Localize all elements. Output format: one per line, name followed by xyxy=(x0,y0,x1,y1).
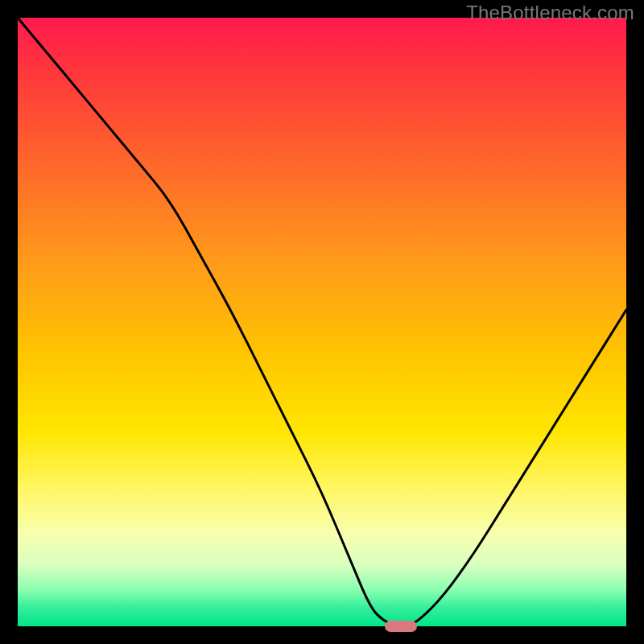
plot-area xyxy=(18,18,626,626)
bottleneck-curve xyxy=(18,18,626,626)
chart-frame: TheBottleneck.com xyxy=(0,0,644,644)
curve-svg xyxy=(18,18,626,626)
watermark-text: TheBottleneck.com xyxy=(466,2,634,24)
optimal-marker xyxy=(385,621,417,632)
